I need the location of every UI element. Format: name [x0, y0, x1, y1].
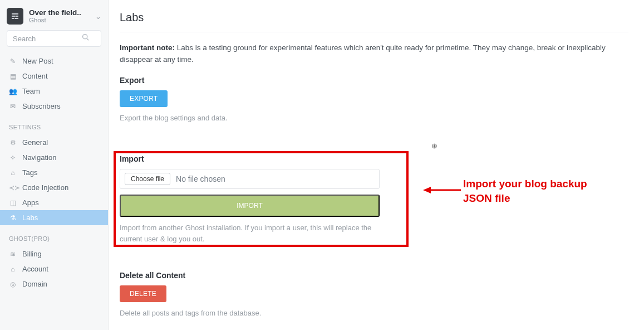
sidebar-item-label: Subscribers — [22, 102, 61, 110]
sidebar-item-billing[interactable]: ≋ Billing — [0, 246, 108, 261]
sidebar: Over the field.. Ghost ⌄ ✎ New Post — [0, 0, 109, 330]
nav-heading-settings: SETTINGS — [0, 119, 108, 133]
site-subtitle: Ghost — [29, 17, 90, 24]
globe-icon: ◎ — [9, 280, 17, 288]
sidebar-item-code-injection[interactable]: ≺≻ Code Injection — [0, 180, 108, 195]
export-section: Export EXPORT Export the blog settings a… — [120, 76, 628, 124]
sidebar-item-content[interactable]: ▤ Content — [0, 69, 108, 84]
import-hint: Import from another Ghost installation. … — [120, 222, 387, 244]
sidebar-item-tags[interactable]: ⌂ Tags — [0, 165, 108, 180]
sidebar-item-account[interactable]: ⌂ Account — [0, 261, 108, 276]
svg-rect-0 — [12, 13, 18, 14]
nav-settings: ⚙ General ✧ Navigation ⌂ Tags ≺≻ Code In… — [0, 133, 108, 231]
nav-pro: ≋ Billing ⌂ Account ◎ Domain — [0, 244, 108, 297]
delete-hint: Delete all posts and tags from the datab… — [120, 308, 387, 319]
site-switcher[interactable]: Over the field.. Ghost ⌄ — [0, 6, 108, 30]
sidebar-item-label: General — [22, 138, 48, 147]
account-icon: ⌂ — [9, 265, 17, 273]
chevron-down-icon: ⌄ — [95, 12, 101, 21]
gear-icon: ⚙ — [9, 139, 17, 147]
sidebar-item-domain[interactable]: ◎ Domain — [0, 276, 108, 292]
sidebar-item-label: Apps — [22, 198, 39, 207]
labs-icon: ⚗ — [9, 214, 17, 222]
sidebar-item-label: New Post — [22, 57, 53, 65]
page-title: Labs — [120, 11, 628, 32]
import-section: Import Choose file No file chosen IMPORT… — [120, 154, 628, 244]
main-content: Labs Important note: Labs is a testing g… — [109, 0, 644, 330]
export-title: Export — [120, 76, 628, 85]
export-hint: Export the blog settings and data. — [120, 113, 387, 124]
nav-main: ✎ New Post ▤ Content 👥 Team ✉ Subscriber… — [0, 51, 108, 119]
pencil-icon: ✎ — [9, 57, 17, 65]
sidebar-item-general[interactable]: ⚙ General — [0, 135, 108, 150]
svg-rect-1 — [12, 16, 16, 17]
delete-title: Delete all Content — [120, 271, 628, 280]
delete-button[interactable]: DELETE — [120, 285, 166, 302]
sidebar-item-label: Account — [22, 265, 48, 273]
sidebar-item-label: Domain — [22, 280, 47, 288]
svg-rect-4 — [15, 18, 18, 19]
sidebar-item-label: Navigation — [22, 153, 56, 162]
billing-icon: ≋ — [9, 250, 17, 258]
document-icon: ▤ — [9, 72, 17, 80]
import-title: Import — [120, 154, 628, 163]
apps-icon: ◫ — [9, 199, 17, 207]
team-icon: 👥 — [9, 88, 17, 95]
sidebar-item-label: Billing — [22, 250, 42, 258]
sidebar-item-label: Labs — [22, 213, 38, 222]
sidebar-item-label: Content — [22, 72, 48, 80]
labs-note: Important note: Labs is a testing ground… — [120, 42, 628, 66]
nav-heading-pro: GHOST(PRO) — [0, 231, 108, 244]
sidebar-item-navigation[interactable]: ✧ Navigation — [0, 150, 108, 165]
import-button[interactable]: IMPORT — [120, 195, 380, 217]
sidebar-item-label: Team — [22, 87, 40, 95]
sidebar-item-label: Code Injection — [22, 183, 68, 192]
sidebar-item-team[interactable]: 👥 Team — [0, 84, 108, 99]
file-input-row: Choose file No file chosen — [120, 169, 380, 189]
tag-icon: ⌂ — [9, 169, 17, 177]
export-button[interactable]: EXPORT — [120, 90, 168, 107]
choose-file-button[interactable]: Choose file — [125, 173, 170, 185]
labs-note-text: Labs is a testing ground for experimenta… — [120, 43, 606, 64]
site-info: Over the field.. Ghost — [29, 8, 90, 25]
sidebar-item-label: Tags — [22, 168, 37, 177]
magnify-icon: ⊕ — [431, 142, 437, 150]
svg-rect-2 — [16, 16, 18, 17]
delete-section: Delete all Content DELETE Delete all pos… — [120, 271, 628, 319]
site-title: Over the field.. — [29, 8, 90, 17]
svg-rect-3 — [12, 18, 14, 19]
file-status: No file chosen — [176, 174, 225, 183]
sidebar-item-subscribers[interactable]: ✉ Subscribers — [0, 99, 108, 114]
code-icon: ≺≻ — [9, 184, 17, 192]
labs-note-label: Important note: — [120, 43, 175, 52]
mail-icon: ✉ — [9, 103, 17, 110]
site-logo-icon — [7, 8, 23, 25]
sidebar-item-new-post[interactable]: ✎ New Post — [0, 54, 108, 69]
sidebar-item-labs[interactable]: ⚗ Labs — [0, 210, 108, 225]
sidebar-item-apps[interactable]: ◫ Apps — [0, 195, 108, 210]
search-input[interactable] — [7, 30, 101, 47]
compass-icon: ✧ — [9, 154, 17, 162]
